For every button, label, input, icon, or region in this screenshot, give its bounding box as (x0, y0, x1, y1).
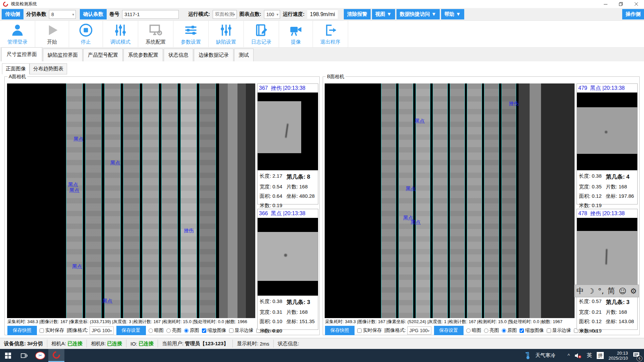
save-settings-button[interactable]: 保存设置 (434, 326, 464, 335)
save-snapshot-button[interactable]: 保存快照 (7, 326, 37, 335)
volume-muted-icon[interactable] (575, 353, 582, 359)
bright-image-radio[interactable]: 亮图 (484, 327, 499, 334)
web-strip (180, 83, 197, 318)
defect-annotation-label: 黑点 (406, 186, 416, 192)
defect-thumbnail (577, 93, 637, 170)
roll-label: 卷号 (109, 11, 119, 17)
ime-settings-gear-icon[interactable]: ⚙ (630, 287, 637, 295)
realtime-save-checkbox[interactable]: 实时保存 (40, 327, 64, 334)
chart-points-label: 图表点数: (239, 11, 261, 17)
camera-a-connection-segment: 相机A:已连接 (47, 340, 87, 348)
close-button[interactable] (629, 0, 644, 8)
parameter-settings-button[interactable]: 参数设置 (173, 21, 209, 47)
data-quick-access-button[interactable]: 数据快捷访问 ▼ (396, 9, 440, 19)
notification-center-button[interactable]: 6 (633, 352, 640, 360)
camera-b-image[interactable]: 挫伤黑点黑点黑点黑点 (325, 83, 575, 318)
show-edge-checkbox[interactable]: 显示边缘 (547, 327, 571, 334)
save-settings-button[interactable]: 保存设置 (116, 326, 146, 335)
clear-alarm-button[interactable]: 清除报警 (344, 9, 371, 19)
defect-card[interactable]: 366 黑点 |20:13:38 长度: 0.38 第几条: 3 宽度: 0.3… (257, 209, 318, 330)
ime-punctuation-icon[interactable]: °, (598, 287, 604, 295)
camera-a-status-line: 采集耗时: 348.3 |图像计数: 167 |像素坐标: (333,7139)… (7, 319, 256, 325)
bright-image-radio[interactable]: 亮图 (166, 327, 181, 334)
task-view-icon (21, 353, 28, 359)
drive-side-button[interactable]: 传动侧 (2, 9, 23, 19)
show-edge-checkbox[interactable]: 显示边缘 (229, 327, 254, 334)
start-button[interactable] (0, 349, 16, 362)
web-strip (66, 83, 83, 318)
save-snapshot-button[interactable]: 保存快照 (325, 326, 355, 335)
main-tab-strip: 尺寸监控界面 缺陷监控界面 产品型号配置 系统参数配置 状态信息 边缘数据记录 … (0, 48, 644, 61)
ime-emoji-icon[interactable]: ☺ (619, 287, 627, 295)
defect-card[interactable]: 478 挫伤 |20:13:38 长度: 0.57 第几条: 3 宽度: 0.2… (577, 209, 638, 330)
help-menu-button[interactable]: 帮助 ▼ (441, 9, 464, 19)
original-image-radio[interactable]: 原图 (184, 327, 199, 334)
vision-app-taskbar-button[interactable] (48, 349, 64, 362)
taskbar-clock[interactable]: 20:13 2025/2/10 (608, 351, 628, 361)
web-dim-band (219, 83, 228, 318)
realtime-save-checkbox[interactable]: 实时保存 (357, 327, 382, 334)
defect-header: 479 黑点 |20:13:38 (577, 84, 637, 93)
dark-image-radio[interactable]: 暗图 (466, 327, 481, 334)
tab-status-info[interactable]: 状态信息 (164, 49, 193, 61)
windows-logo-icon (5, 353, 11, 359)
clock-time: 20:13 (608, 351, 628, 356)
defect-card[interactable]: 479 黑点 |20:13:38 长度: 0.38 第几条: 4 宽度: 0.3… (577, 83, 638, 204)
camera-a-defect-list: 367 挫伤 |20:13:38 长度: 2.17 第几条: 8 宽度: 0.5… (257, 83, 318, 330)
defect-annotation-label: 黑点 (73, 136, 84, 142)
subtab-front-image[interactable]: 正面图像 (2, 63, 30, 74)
capture-image-button[interactable]: 提像 (279, 21, 313, 47)
camera-a-image[interactable]: 黑点黑点黑点黑点挫伤黑点黑点 (7, 83, 255, 318)
zoom-image-checkbox[interactable]: 缩放图像 (202, 327, 226, 334)
ime-mode-indicator[interactable]: 拼 (597, 352, 604, 359)
zoom-image-checkbox[interactable]: 缩放图像 (520, 327, 544, 334)
language-indicator[interactable]: 英 (587, 352, 592, 359)
stop-button[interactable]: 停止 (69, 21, 103, 47)
web-dim-band (519, 83, 530, 318)
debug-mode-button[interactable]: 调试模式 (103, 21, 138, 47)
confirm-count-button[interactable]: 确认条数 (80, 9, 107, 19)
ime-simplified-icon[interactable]: 简 (608, 286, 615, 296)
web-strip (450, 83, 465, 318)
system-config-button[interactable]: 系统配置 (138, 21, 173, 47)
snipping-tool-button[interactable]: ✂ (32, 349, 48, 362)
defect-card[interactable]: 367 挫伤 |20:13:38 长度: 2.17 第几条: 8 宽度: 0.5… (257, 83, 318, 204)
view-menu-button[interactable]: 视图 ▼ (372, 9, 395, 19)
camera-a-title: A面相机 (7, 74, 27, 80)
notebook-pencil-icon (254, 23, 269, 38)
roll-number-input[interactable] (122, 10, 179, 19)
subtab-trend-chart[interactable]: 分布趋势图表 (30, 63, 67, 74)
start-button[interactable]: 开始 (35, 21, 69, 47)
tab-defect-monitor[interactable]: 缺陷监控界面 (43, 49, 83, 61)
log-record-button[interactable]: 日志记录 (244, 21, 279, 47)
ime-language-bar[interactable]: 中 ☽ °, 简 ☺ ⚙ (574, 285, 639, 297)
hidden-icons-chevron[interactable]: ^ (568, 353, 570, 358)
defect-annotation-label: 黑点 (72, 263, 82, 270)
exit-program-button[interactable]: 退出程序 (313, 21, 348, 47)
admin-login-button[interactable]: 管理登录 (0, 21, 35, 47)
slit-count-select[interactable]: 8 (49, 10, 76, 19)
tab-product-model-config[interactable]: 产品型号配置 (83, 49, 123, 61)
tab-edge-data-record[interactable]: 边缘数据记录 (194, 49, 233, 61)
dark-image-radio[interactable]: 暗图 (149, 327, 164, 334)
image-format-select[interactable]: JPG 100 (90, 326, 114, 335)
tab-system-param-config[interactable]: 系统参数配置 (123, 49, 163, 61)
restore-button[interactable] (613, 0, 629, 8)
io-connection-segment: IO:已连接 (126, 340, 158, 348)
tab-size-monitor[interactable]: 尺寸监控界面 (1, 47, 42, 61)
ime-fullwidth-icon[interactable]: ☽ (588, 287, 594, 295)
operate-side-button[interactable]: 操作侧 (622, 9, 644, 19)
ime-chinese-mode[interactable]: 中 (577, 286, 584, 296)
minimize-button[interactable] (598, 0, 613, 8)
vision-app-icon (51, 350, 62, 360)
chart-points-select[interactable]: 100 (264, 10, 280, 19)
defect-settings-button[interactable]: 缺陷设置 (209, 21, 244, 47)
weather-text[interactable]: 天气寒冷 (535, 352, 555, 359)
task-view-button[interactable] (16, 349, 32, 362)
web-dim-band (246, 83, 255, 318)
image-format-select[interactable]: JPG 100 (407, 326, 431, 335)
original-image-radio[interactable]: 原图 (502, 327, 517, 334)
run-mode-select[interactable]: 双面检测 (213, 10, 237, 19)
tab-test[interactable]: 测试 (234, 49, 254, 61)
thermometer-icon[interactable] (525, 352, 531, 360)
